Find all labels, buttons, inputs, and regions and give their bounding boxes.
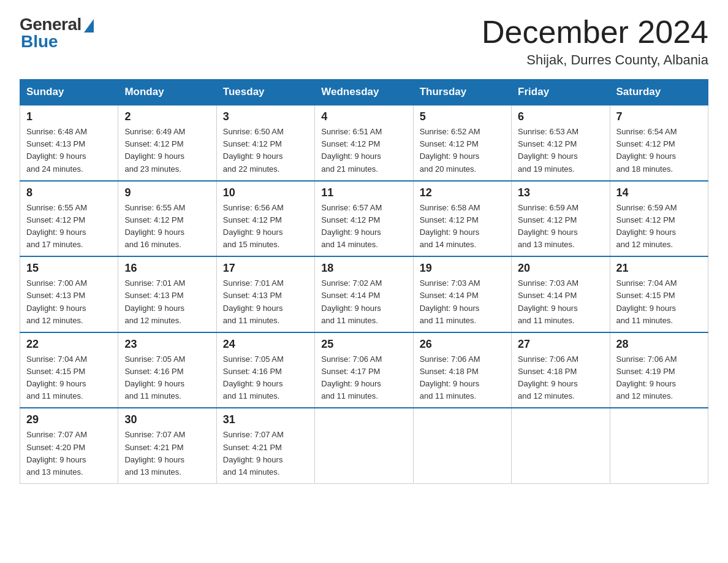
day-header-monday: Monday — [118, 80, 216, 105]
calendar-cell: 29Sunrise: 7:07 AMSunset: 4:20 PMDayligh… — [20, 408, 118, 483]
calendar-cell: 26Sunrise: 7:06 AMSunset: 4:18 PMDayligh… — [413, 332, 511, 408]
day-number: 28 — [616, 338, 702, 351]
day-info: Sunrise: 6:59 AMSunset: 4:12 PMDaylight:… — [616, 202, 702, 251]
day-number: 5 — [420, 110, 505, 123]
calendar-cell: 1Sunrise: 6:48 AMSunset: 4:13 PMDaylight… — [20, 105, 118, 181]
day-header-sunday: Sunday — [20, 80, 118, 105]
day-number: 31 — [223, 413, 308, 426]
day-header-friday: Friday — [512, 80, 610, 105]
calendar-cell: 18Sunrise: 7:02 AMSunset: 4:14 PMDayligh… — [315, 256, 413, 332]
day-number: 13 — [518, 186, 603, 199]
day-number: 15 — [26, 262, 112, 275]
calendar-cell: 5Sunrise: 6:52 AMSunset: 4:12 PMDaylight… — [413, 105, 511, 181]
day-info: Sunrise: 7:01 AMSunset: 4:13 PMDaylight:… — [223, 277, 308, 327]
day-number: 12 — [420, 186, 505, 199]
day-number: 11 — [321, 186, 406, 199]
day-number: 10 — [223, 186, 308, 199]
day-number: 3 — [223, 110, 308, 123]
day-info: Sunrise: 7:04 AMSunset: 4:15 PMDaylight:… — [616, 277, 702, 327]
calendar-cell: 23Sunrise: 7:05 AMSunset: 4:16 PMDayligh… — [118, 332, 216, 408]
title-section: December 2024 Shijak, Durres County, Alb… — [482, 15, 708, 68]
calendar-cell: 2Sunrise: 6:49 AMSunset: 4:12 PMDaylight… — [118, 105, 216, 181]
day-info: Sunrise: 7:00 AMSunset: 4:13 PMDaylight:… — [26, 277, 112, 327]
calendar-week-5: 29Sunrise: 7:07 AMSunset: 4:20 PMDayligh… — [20, 408, 708, 483]
calendar-cell: 7Sunrise: 6:54 AMSunset: 4:12 PMDaylight… — [610, 105, 708, 181]
calendar-cell: 21Sunrise: 7:04 AMSunset: 4:15 PMDayligh… — [610, 256, 708, 332]
day-number: 4 — [321, 110, 406, 123]
day-info: Sunrise: 7:04 AMSunset: 4:15 PMDaylight:… — [26, 353, 112, 403]
day-info: Sunrise: 7:05 AMSunset: 4:16 PMDaylight:… — [124, 353, 210, 403]
calendar-cell: 4Sunrise: 6:51 AMSunset: 4:12 PMDaylight… — [315, 105, 413, 181]
calendar-week-4: 22Sunrise: 7:04 AMSunset: 4:15 PMDayligh… — [20, 332, 708, 408]
day-number: 30 — [124, 413, 210, 426]
calendar-cell: 10Sunrise: 6:56 AMSunset: 4:12 PMDayligh… — [216, 181, 314, 257]
day-info: Sunrise: 7:06 AMSunset: 4:17 PMDaylight:… — [321, 353, 406, 403]
day-header-saturday: Saturday — [610, 80, 708, 105]
calendar-cell: 28Sunrise: 7:06 AMSunset: 4:19 PMDayligh… — [610, 332, 708, 408]
day-number: 27 — [518, 338, 603, 351]
day-number: 25 — [321, 338, 406, 351]
header-row: SundayMondayTuesdayWednesdayThursdayFrid… — [20, 80, 708, 105]
calendar-cell: 31Sunrise: 7:07 AMSunset: 4:21 PMDayligh… — [216, 408, 314, 483]
day-header-tuesday: Tuesday — [216, 80, 314, 105]
day-info: Sunrise: 6:57 AMSunset: 4:12 PMDaylight:… — [321, 202, 406, 251]
day-info: Sunrise: 6:58 AMSunset: 4:12 PMDaylight:… — [420, 202, 505, 251]
calendar-week-3: 15Sunrise: 7:00 AMSunset: 4:13 PMDayligh… — [20, 256, 708, 332]
day-info: Sunrise: 6:52 AMSunset: 4:12 PMDaylight:… — [420, 126, 505, 175]
calendar-cell: 16Sunrise: 7:01 AMSunset: 4:13 PMDayligh… — [118, 256, 216, 332]
day-info: Sunrise: 6:49 AMSunset: 4:12 PMDaylight:… — [124, 126, 210, 175]
calendar-week-2: 8Sunrise: 6:55 AMSunset: 4:12 PMDaylight… — [20, 181, 708, 257]
calendar-cell: 13Sunrise: 6:59 AMSunset: 4:12 PMDayligh… — [512, 181, 610, 257]
day-info: Sunrise: 6:51 AMSunset: 4:12 PMDaylight:… — [321, 126, 406, 175]
day-info: Sunrise: 7:07 AMSunset: 4:21 PMDaylight:… — [223, 429, 308, 478]
calendar-table: SundayMondayTuesdayWednesdayThursdayFrid… — [20, 79, 708, 484]
day-info: Sunrise: 7:07 AMSunset: 4:20 PMDaylight:… — [26, 429, 112, 478]
day-info: Sunrise: 6:50 AMSunset: 4:12 PMDaylight:… — [223, 126, 308, 175]
day-number: 23 — [124, 338, 210, 351]
day-info: Sunrise: 6:56 AMSunset: 4:12 PMDaylight:… — [223, 202, 308, 251]
day-info: Sunrise: 7:02 AMSunset: 4:14 PMDaylight:… — [321, 277, 406, 327]
calendar-cell: 8Sunrise: 6:55 AMSunset: 4:12 PMDaylight… — [20, 181, 118, 257]
logo: General Blue — [20, 15, 94, 52]
calendar-cell: 20Sunrise: 7:03 AMSunset: 4:14 PMDayligh… — [512, 256, 610, 332]
calendar-cell: 14Sunrise: 6:59 AMSunset: 4:12 PMDayligh… — [610, 181, 708, 257]
day-number: 22 — [26, 338, 112, 351]
day-number: 8 — [26, 186, 112, 199]
calendar-cell: 27Sunrise: 7:06 AMSunset: 4:18 PMDayligh… — [512, 332, 610, 408]
page-header: General Blue December 2024 Shijak, Durre… — [20, 15, 708, 68]
calendar-cell: 9Sunrise: 6:55 AMSunset: 4:12 PMDaylight… — [118, 181, 216, 257]
calendar-cell — [413, 408, 511, 483]
day-info: Sunrise: 7:03 AMSunset: 4:14 PMDaylight:… — [518, 277, 603, 327]
logo-blue-text: Blue — [21, 32, 58, 52]
day-info: Sunrise: 7:01 AMSunset: 4:13 PMDaylight:… — [124, 277, 210, 327]
day-header-thursday: Thursday — [413, 80, 511, 105]
day-number: 20 — [518, 262, 603, 275]
calendar-cell: 15Sunrise: 7:00 AMSunset: 4:13 PMDayligh… — [20, 256, 118, 332]
day-number: 18 — [321, 262, 406, 275]
day-number: 6 — [518, 110, 603, 123]
calendar-cell: 25Sunrise: 7:06 AMSunset: 4:17 PMDayligh… — [315, 332, 413, 408]
calendar-cell — [512, 408, 610, 483]
calendar-cell — [315, 408, 413, 483]
month-title: December 2024 — [482, 15, 708, 50]
day-info: Sunrise: 6:59 AMSunset: 4:12 PMDaylight:… — [518, 202, 603, 251]
calendar-cell — [610, 408, 708, 483]
calendar-cell: 24Sunrise: 7:05 AMSunset: 4:16 PMDayligh… — [216, 332, 314, 408]
day-info: Sunrise: 7:06 AMSunset: 4:19 PMDaylight:… — [616, 353, 702, 403]
day-number: 21 — [616, 262, 702, 275]
logo-triangle-icon — [84, 19, 94, 33]
day-info: Sunrise: 7:06 AMSunset: 4:18 PMDaylight:… — [518, 353, 603, 403]
day-info: Sunrise: 7:07 AMSunset: 4:21 PMDaylight:… — [124, 429, 210, 478]
day-info: Sunrise: 6:48 AMSunset: 4:13 PMDaylight:… — [26, 126, 112, 175]
day-info: Sunrise: 7:05 AMSunset: 4:16 PMDaylight:… — [223, 353, 308, 403]
day-number: 19 — [420, 262, 505, 275]
day-info: Sunrise: 6:55 AMSunset: 4:12 PMDaylight:… — [124, 202, 210, 251]
location-subtitle: Shijak, Durres County, Albania — [482, 52, 708, 68]
calendar-cell: 11Sunrise: 6:57 AMSunset: 4:12 PMDayligh… — [315, 181, 413, 257]
day-info: Sunrise: 6:54 AMSunset: 4:12 PMDaylight:… — [616, 126, 702, 175]
day-number: 9 — [124, 186, 210, 199]
day-number: 17 — [223, 262, 308, 275]
day-number: 24 — [223, 338, 308, 351]
calendar-cell: 19Sunrise: 7:03 AMSunset: 4:14 PMDayligh… — [413, 256, 511, 332]
calendar-cell: 30Sunrise: 7:07 AMSunset: 4:21 PMDayligh… — [118, 408, 216, 483]
